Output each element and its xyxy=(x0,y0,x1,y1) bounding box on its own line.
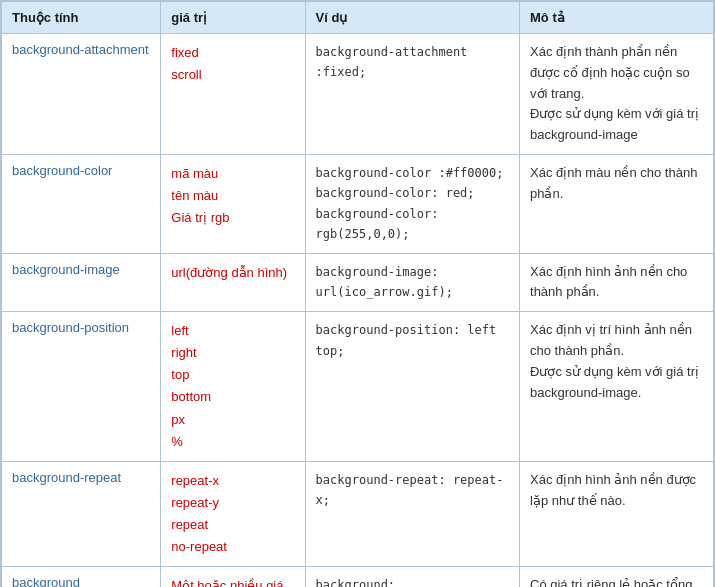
desc-text: Xác định màu nền cho thành phần. xyxy=(530,165,697,201)
value-cell: repeat-xrepeat-yrepeatno-repeat xyxy=(161,461,305,566)
header-desc: Mô tả xyxy=(520,2,714,34)
property-link[interactable]: background-repeat xyxy=(12,470,121,485)
example-cell: background-attachment :fixed; xyxy=(305,34,519,155)
css-background-table: Thuộc tính giá trị Ví dụ Mô tả backgroun… xyxy=(0,0,715,587)
property-link[interactable]: background-attachment xyxy=(12,42,149,57)
value-cell: fixedscroll xyxy=(161,34,305,155)
property-link[interactable]: background-image xyxy=(12,262,120,277)
header-property: Thuộc tính xyxy=(2,2,161,34)
example-text: background-repeat: repeat-x; xyxy=(316,473,504,507)
value-text: repeat-xrepeat-yrepeatno-repeat xyxy=(171,473,227,554)
value-text: fixedscroll xyxy=(171,45,201,82)
desc-cell: Có giá trị riêng lẻ hoặc tổng hợp các th… xyxy=(520,567,714,587)
desc-text: Xác định vị trí hình ảnh nền cho thành p… xyxy=(530,322,699,399)
property-link[interactable]: background-color xyxy=(12,163,112,178)
desc-text: Xác định hình ảnh nền được lặp như thế n… xyxy=(530,472,696,508)
header-value: giá trị xyxy=(161,2,305,34)
table-row: background-attachment xyxy=(2,34,161,155)
desc-cell: Xác định màu nền cho thành phần. xyxy=(520,154,714,253)
property-link[interactable]: background xyxy=(12,575,80,587)
desc-text: Xác định thành phần nền được cố định hoặ… xyxy=(530,44,699,142)
example-cell: background-image: url(ico_arrow.gif); xyxy=(305,253,519,312)
example-text: background-image: url(ico_arrow.gif); xyxy=(316,265,453,299)
example-cell: background-position: left top; xyxy=(305,312,519,462)
table-row: background-repeat xyxy=(2,461,161,566)
example-text: background-color :#ff0000;background-col… xyxy=(316,166,504,241)
value-cell: mã màutên màuGiá trị rgb xyxy=(161,154,305,253)
example-cell: background-color :#ff0000;background-col… xyxy=(305,154,519,253)
example-text: background: url(ico_arrow.gif) repeat-x … xyxy=(316,578,504,587)
value-text: url(đường dẫn hình) xyxy=(171,265,287,280)
value-cell: leftrighttopbottompx% xyxy=(161,312,305,462)
property-link[interactable]: background-position xyxy=(12,320,129,335)
value-cell: url(đường dẫn hình) xyxy=(161,253,305,312)
example-cell: background: url(ico_arrow.gif) repeat-x … xyxy=(305,567,519,587)
table-row: background-position xyxy=(2,312,161,462)
example-cell: background-repeat: repeat-x; xyxy=(305,461,519,566)
value-text: Một hoặc nhiều giá trị của các thuộc tín… xyxy=(171,578,294,587)
desc-cell: Xác định hình ảnh nền được lặp như thế n… xyxy=(520,461,714,566)
value-text: mã màutên màuGiá trị rgb xyxy=(171,166,229,225)
desc-cell: Xác định thành phần nền được cố định hoặ… xyxy=(520,34,714,155)
example-text: background-position: left top; xyxy=(316,323,497,357)
desc-cell: Xác định vị trí hình ảnh nền cho thành p… xyxy=(520,312,714,462)
desc-text: Xác định hình ảnh nền cho thành phần. xyxy=(530,264,687,300)
header-example: Ví dụ xyxy=(305,2,519,34)
desc-cell: Xác định hình ảnh nền cho thành phần. xyxy=(520,253,714,312)
table-row: background-color xyxy=(2,154,161,253)
value-cell: Một hoặc nhiều giá trị của các thuộc tín… xyxy=(161,567,305,587)
table-row: background-image xyxy=(2,253,161,312)
example-text: background-attachment :fixed; xyxy=(316,45,468,79)
value-text: leftrighttopbottompx% xyxy=(171,323,211,448)
table-row: background xyxy=(2,567,161,587)
desc-text: Có giá trị riêng lẻ hoặc tổng hợp các th… xyxy=(530,577,692,587)
